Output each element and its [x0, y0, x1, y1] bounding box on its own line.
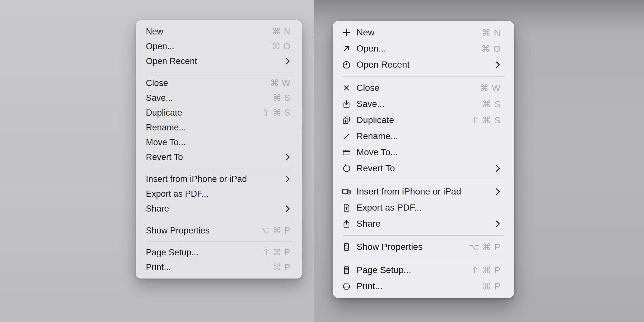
menu-item-accessory: ⌘ P: [272, 262, 290, 272]
file-menu-plain: New⌘ NOpen...⌘ OOpen RecentClose⌘ WSave.…: [136, 20, 302, 279]
menu-item-label: Page Setup...: [356, 265, 411, 275]
menu-item-new[interactable]: New⌘ N: [333, 24, 514, 41]
menu-item-accessory: ⌘ O: [271, 41, 290, 52]
menu-item-page-setup[interactable]: Page Setup...⇧ ⌘ P: [333, 262, 514, 278]
menu-item-label: Close: [146, 78, 168, 88]
menu-item-export-as-pdf[interactable]: Export as PDF...: [333, 200, 514, 216]
doc-info-icon: [342, 242, 351, 252]
submenu-chevron-icon: [285, 57, 290, 66]
file-menu-with-icons: New⌘ NOpen...⌘ OOpen RecentClose⌘ WSave.…: [333, 21, 514, 298]
submenu-chevron-icon: [495, 164, 501, 173]
menu-item-label: Print...: [146, 262, 171, 272]
submenu-chevron-icon: [285, 204, 290, 213]
menu-item-accessory: ⇧ ⌘ S: [262, 108, 290, 118]
menu-item-shortcut: ⌘ O: [481, 43, 501, 54]
menu-item-close[interactable]: Close⌘ W: [333, 80, 514, 96]
menu-item-insert-from-iphone-or-ipad[interactable]: Insert from iPhone or iPad: [136, 172, 302, 186]
menu-item-shortcut: ⌘ W: [480, 83, 501, 93]
menu-item-close[interactable]: Close⌘ W: [136, 76, 302, 90]
menu-item-share[interactable]: Share: [333, 216, 514, 232]
submenu-chevron-icon: [285, 175, 290, 184]
menu-item-label: Save...: [356, 99, 384, 109]
menu-item-label: Print...: [356, 281, 383, 291]
square-arrow-down-icon: [342, 99, 351, 109]
menu-item-page-setup[interactable]: Page Setup...⇧ ⌘ P: [136, 245, 302, 260]
menu-item-revert-to[interactable]: Revert To: [333, 160, 514, 176]
menu-item-rename[interactable]: Rename...: [333, 128, 514, 144]
menu-item-accessory: ⌥ ⌘ P: [260, 225, 290, 236]
menu-item-label: Show Properties: [356, 242, 422, 252]
menu-item-duplicate[interactable]: Duplicate⇧ ⌘ S: [136, 105, 302, 120]
menu-item-shortcut: ⇧ ⌘ S: [262, 108, 290, 118]
submenu-chevron-icon: [285, 153, 290, 162]
plus-square-on-square-icon: [342, 115, 351, 125]
menu-item-label: Open Recent: [146, 56, 197, 66]
menu-item-label: Duplicate: [146, 108, 182, 118]
doc-arrow-up-icon: [342, 203, 351, 213]
menu-item-open-recent[interactable]: Open Recent: [136, 54, 302, 69]
menu-item-accessory: [495, 60, 501, 69]
doc-text-icon: [342, 265, 351, 275]
menu-item-label: Open Recent: [356, 60, 410, 70]
menu-item-open-recent[interactable]: Open Recent: [333, 57, 514, 73]
menu-separator: [342, 76, 505, 77]
menu-item-duplicate[interactable]: Duplicate⇧ ⌘ S: [333, 112, 514, 128]
menu-item-accessory: ⌘ N: [482, 27, 501, 38]
menu-item-open[interactable]: Open...⌘ O: [333, 41, 514, 57]
submenu-chevron-icon: [495, 60, 501, 69]
folder-icon: [342, 147, 351, 157]
menu-item-label: Save...: [146, 93, 173, 103]
menu-item-label: Export as PDF...: [146, 189, 209, 199]
printer-icon: [342, 281, 351, 291]
menu-item-shortcut: ⇧ ⌘ P: [471, 265, 501, 276]
menu-item-label: Close: [356, 83, 380, 93]
menu-item-accessory: ⌘ N: [272, 26, 290, 37]
menu-item-print[interactable]: Print...⌘ P: [333, 278, 514, 294]
menu-item-accessory: ⌘ W: [480, 83, 501, 93]
menu-item-accessory: ⌘ P: [482, 281, 501, 292]
menu-separator: [342, 235, 505, 236]
menu-item-show-properties[interactable]: Show Properties⌥ ⌘ P: [136, 223, 302, 238]
menu-item-revert-to[interactable]: Revert To: [136, 150, 302, 165]
menu-item-label: Duplicate: [356, 115, 394, 125]
menu-item-label: New: [146, 27, 163, 37]
menu-separator: [342, 180, 505, 180]
menu-item-insert-from-iphone-or-ipad[interactable]: Insert from iPhone or iPad: [333, 184, 514, 200]
menu-item-new[interactable]: New⌘ N: [136, 24, 302, 39]
menu-item-rename[interactable]: Rename...: [136, 120, 302, 135]
ipad-and-iphone-icon: [342, 187, 351, 196]
menu-item-shortcut: ⇧ ⌘ P: [262, 247, 290, 258]
menu-item-share[interactable]: Share: [136, 201, 302, 216]
menu-separator: [342, 259, 505, 259]
menu-item-label: Rename...: [146, 123, 186, 133]
menu-item-label: Open...: [146, 42, 175, 52]
menu-item-accessory: [285, 204, 290, 213]
xmark-icon: [342, 83, 351, 93]
menu-item-label: Insert from iPhone or iPad: [146, 174, 247, 184]
menu-item-label: Export as PDF...: [356, 203, 421, 213]
menu-item-accessory: ⌥ ⌘ P: [469, 242, 501, 252]
menu-item-move-to[interactable]: Move To...: [333, 144, 514, 160]
menu-item-accessory: ⌘ W: [270, 78, 290, 88]
submenu-chevron-icon: [495, 187, 501, 196]
menu-item-accessory: [285, 153, 290, 162]
menu-item-save[interactable]: Save...⌘ S: [136, 90, 302, 105]
menu-item-label: Move To...: [146, 137, 186, 147]
menu-separator: [145, 72, 293, 72]
menu-item-label: Page Setup...: [146, 248, 199, 258]
menu-item-open[interactable]: Open...⌘ O: [136, 39, 302, 54]
menu-item-label: Revert To: [356, 163, 395, 174]
menu-item-shortcut: ⌘ P: [272, 262, 290, 272]
menu-item-label: Open...: [356, 43, 386, 54]
menu-item-export-as-pdf[interactable]: Export as PDF...: [136, 186, 302, 201]
arrow-counterclockwise-icon: [342, 164, 351, 173]
menu-item-label: Share: [146, 204, 169, 214]
menu-item-accessory: ⇧ ⌘ P: [471, 265, 501, 276]
menu-item-move-to[interactable]: Move To...: [136, 135, 302, 150]
menu-item-save[interactable]: Save...⌘ S: [333, 96, 514, 112]
menu-item-accessory: ⇧ ⌘ S: [471, 115, 501, 126]
menu-item-label: Revert To: [146, 152, 183, 162]
menu-item-print[interactable]: Print...⌘ P: [136, 260, 302, 275]
menu-item-show-properties[interactable]: Show Properties⌥ ⌘ P: [333, 239, 514, 255]
menu-item-shortcut: ⌥ ⌘ P: [260, 225, 290, 236]
